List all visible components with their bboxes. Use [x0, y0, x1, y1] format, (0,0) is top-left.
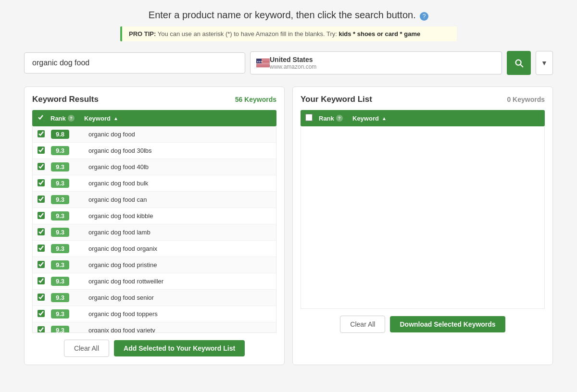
row-checkbox-col [38, 294, 51, 302]
row-checkbox-col [38, 245, 51, 253]
table-row: 9.3 organic dog food lamb [33, 224, 276, 241]
row-checkbox[interactable] [38, 196, 45, 203]
search-input[interactable] [24, 52, 245, 74]
keyword-text: organix dog food variety [88, 327, 155, 333]
row-checkbox-col [38, 261, 51, 270]
svg-text:★★★: ★★★ [257, 60, 263, 63]
header-rank-col-right: Rank ? [319, 115, 352, 122]
rank-header-label-right: Rank [319, 115, 334, 122]
row-checkbox-col [38, 163, 51, 172]
country-text: United States www.amazon.com [270, 56, 496, 70]
keyword-sort-icon-right[interactable]: ▲ [382, 116, 387, 121]
row-rank-col: 9.3 [51, 277, 85, 286]
row-checkbox[interactable] [38, 261, 45, 268]
table-row: 9.3 organic dog food 30lbs [33, 143, 276, 159]
your-keyword-list-count: 0 Keywords [507, 96, 545, 103]
select-all-right-checkbox[interactable] [305, 114, 313, 121]
your-keyword-list-header: Your Keyword List 0 Keywords [301, 95, 545, 104]
rank-info-icon[interactable]: ? [68, 115, 75, 122]
us-flag-icon: ★★★ [256, 59, 270, 67]
search-input-wrapper [24, 52, 245, 74]
row-checkbox[interactable] [38, 294, 45, 301]
row-rank-col: 9.3 [51, 146, 85, 155]
row-checkbox[interactable] [38, 228, 45, 235]
row-checkbox[interactable] [38, 245, 45, 252]
table-row: 9.3 organic dog food 40lb [33, 159, 276, 175]
svg-rect-11 [256, 66, 270, 66]
clear-all-right-button[interactable]: Clear All [340, 316, 385, 333]
row-checkbox-col [38, 196, 51, 204]
table-row: 9.3 organic dog food can [33, 192, 276, 208]
rank-badge: 9.3 [51, 244, 69, 253]
rank-badge: 9.3 [51, 211, 69, 220]
row-rank-col: 9.3 [51, 293, 85, 302]
rank-badge: 9.3 [51, 326, 69, 333]
rank-badge: 9.3 [51, 195, 69, 204]
keyword-list-left: 9.8 organic dog food 9.3 organic dog foo… [32, 126, 276, 333]
svg-rect-10 [256, 65, 270, 66]
add-to-list-button[interactable]: Add Selected to Your Keyword List [114, 340, 245, 356]
clear-all-left-button[interactable]: Clear All [64, 340, 109, 357]
pro-tip-label: PRO TIP: [129, 30, 156, 37]
country-name: United States [270, 56, 496, 63]
keyword-sort-icon[interactable]: ▲ [113, 116, 118, 121]
row-checkbox[interactable] [38, 277, 45, 284]
row-rank-col: 9.3 [51, 260, 85, 270]
keyword-text: organic dog food 40lb [88, 163, 149, 171]
page-header: Enter a product name or keyword, then cl… [10, 10, 567, 21]
row-rank-col: 9.3 [51, 309, 85, 318]
your-keyword-list-footer: Clear All Download Selected Keywords [301, 316, 545, 333]
table-row: 9.3 organic dog food toppers [33, 306, 276, 322]
row-checkbox[interactable] [38, 130, 45, 137]
row-rank-col: 9.3 [51, 228, 85, 237]
table-row: 9.3 organic dog food senior [33, 290, 276, 306]
rank-badge: 9.3 [51, 228, 69, 237]
table-row: 9.3 organic dog food organix [33, 241, 276, 257]
search-row: ★★★ United States www.amazon.com ▼ [24, 51, 553, 75]
country-dropdown-arrow[interactable]: ▼ [536, 51, 553, 75]
your-keyword-table-header: Rank ? Keyword ▲ [301, 110, 545, 126]
row-checkbox[interactable] [38, 179, 45, 186]
row-rank-col: 9.8 [51, 130, 85, 139]
row-rank-col: 9.3 [51, 162, 85, 172]
keyword-list-right [301, 126, 545, 309]
svg-rect-7 [256, 63, 270, 64]
svg-rect-12 [256, 67, 270, 67]
keyword-text: organic dog food toppers [88, 310, 158, 318]
keyword-results-title: Keyword Results [32, 95, 99, 104]
rank-badge: 9.3 [51, 293, 69, 302]
row-checkbox-col [38, 228, 51, 237]
row-checkbox-col [38, 212, 51, 220]
row-checkbox[interactable] [38, 310, 45, 317]
download-keywords-button[interactable]: Download Selected Keywords [390, 316, 505, 332]
keyword-text: organic dog food bulk [88, 180, 148, 187]
pro-tip-text: You can use an asterisk (*) to have Amaz… [158, 30, 339, 37]
rank-badge: 9.3 [51, 277, 69, 286]
keyword-results-footer: Clear All Add Selected to Your Keyword L… [32, 340, 276, 357]
help-icon[interactable]: ? [420, 12, 428, 21]
row-rank-col: 9.3 [51, 211, 85, 220]
select-all-left-checkbox[interactable] [37, 114, 44, 121]
table-row: 9.3 organic dog food bulk [33, 175, 276, 192]
country-selector[interactable]: ★★★ United States www.amazon.com [250, 51, 502, 74]
row-checkbox-col [38, 147, 51, 155]
table-row: 9.3 organix dog food variety [33, 322, 276, 333]
header-keyword-col-right: Keyword ▲ [352, 115, 540, 122]
row-checkbox[interactable] [38, 326, 45, 333]
row-checkbox[interactable] [38, 163, 45, 170]
row-checkbox[interactable] [38, 212, 45, 219]
search-button[interactable] [507, 51, 531, 75]
row-rank-col: 9.3 [51, 179, 85, 188]
row-checkbox-col [38, 130, 51, 139]
keyword-text: organic dog food kibble [88, 212, 153, 220]
rank-badge: 9.3 [51, 309, 69, 318]
row-rank-col: 9.3 [51, 195, 85, 204]
header-checkbox-col-right [305, 114, 319, 122]
keyword-text: organic dog food lamb [88, 229, 151, 236]
pro-tip-examples: kids * shoes or card * game [339, 30, 420, 37]
keyword-text: organic dog food organix [88, 245, 157, 252]
svg-rect-8 [256, 64, 270, 64]
rank-info-icon-right[interactable]: ? [336, 115, 343, 122]
row-checkbox[interactable] [38, 147, 45, 154]
rank-badge: 9.3 [51, 162, 69, 172]
